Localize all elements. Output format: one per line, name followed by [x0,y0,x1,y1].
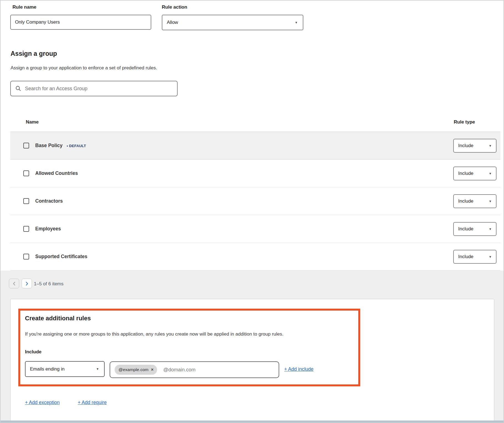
row-checkbox[interactable] [23,170,29,176]
rule-type-dropdown[interactable]: Include ▼ [453,222,497,236]
next-page-button[interactable] [22,279,32,288]
window-bottom-edge [1,421,503,422]
search-icon [15,85,21,92]
rule-type-dropdown[interactable]: Include ▼ [453,139,497,153]
pagination-range-text: 1–5 of 6 items [34,281,64,287]
row-checkbox[interactable] [23,226,29,232]
chevron-down-icon: ▼ [489,255,492,258]
domain-input[interactable] [163,367,275,373]
rule-condition-dropdown[interactable]: Emails ending in ▼ [25,361,105,377]
row-label-group: Contractors [35,187,63,215]
group-name: Contractors [35,198,63,204]
table-row: Employees Include ▼ [10,215,500,243]
assign-group-description: Assign a group to your application to en… [11,65,157,71]
default-badge: • DEFAULT [67,143,86,148]
chip-label: @example.com [119,367,148,372]
table-row: Base Policy • DEFAULT Include ▼ [10,132,500,160]
chevron-down-icon: ▼ [489,172,492,175]
rule-action-dropdown[interactable]: Allow ▼ [162,15,303,30]
group-name: Base Policy [35,143,62,148]
table-body: Base Policy • DEFAULT Include ▼ Allowed … [10,132,500,271]
rule-type-column-header: Rule type [454,119,475,125]
rule-type-value: Include [458,198,473,204]
row-label-group: Supported Certificates [35,243,87,270]
rule-action-value: Allow [167,20,178,25]
group-name: Employees [35,226,61,232]
rule-type-dropdown[interactable]: Include ▼ [453,167,497,180]
rule-name-input[interactable] [10,15,151,30]
assign-group-heading: Assign a group [11,50,57,57]
rule-type-dropdown[interactable]: Include ▼ [453,250,497,264]
row-label-group: Base Policy • DEFAULT [35,132,86,159]
chip-remove-icon[interactable]: × [151,367,153,372]
table-row: Supported Certificates Include ▼ [10,243,500,271]
create-additional-rules-heading: Create additional rules [25,315,91,322]
chevron-down-icon: ▼ [295,21,298,24]
add-include-link[interactable]: + Add include [284,366,314,372]
previous-page-button[interactable] [9,279,19,288]
add-require-link[interactable]: + Add require [78,400,107,406]
chevron-left-icon [12,281,16,286]
rule-type-dropdown[interactable]: Include ▼ [453,194,497,208]
chevron-right-icon [25,281,29,286]
rule-action-label: Rule action [162,4,187,10]
create-additional-rules-description: If you're assigning one or more groups t… [25,331,283,337]
row-checkbox[interactable] [23,143,29,148]
rule-name-label: Rule name [12,4,36,10]
row-label-group: Allowed Countries [35,160,78,187]
access-group-table: Name Rule type Base Policy • DEFAULT Inc… [10,114,500,271]
search-input[interactable] [25,86,173,92]
access-group-search [10,81,178,96]
chevron-down-icon: ▼ [489,228,492,231]
rule-type-value: Include [458,226,473,232]
group-name: Allowed Countries [35,170,78,176]
row-checkbox[interactable] [23,198,29,204]
include-section-label: Include [25,349,42,355]
chevron-down-icon: ▼ [489,144,492,147]
rule-type-value: Include [458,171,473,176]
table-row: Allowed Countries Include ▼ [10,160,500,187]
add-exception-link[interactable]: + Add exception [25,400,60,406]
email-domains-input: @example.com × [110,361,279,378]
chevron-down-icon: ▼ [96,367,99,371]
email-domain-chip: @example.com × [115,365,157,375]
row-checkbox[interactable] [23,254,29,260]
rule-type-value: Include [458,143,473,148]
row-label-group: Employees [35,215,61,243]
chevron-down-icon: ▼ [489,200,492,203]
table-header-row: Name Rule type [10,114,500,132]
access-rule-page: Rule name Rule action Allow ▼ Assign a g… [0,0,504,423]
group-name: Supported Certificates [35,254,87,260]
name-column-header: Name [26,119,39,125]
rule-type-value: Include [458,254,473,260]
table-row: Contractors Include ▼ [10,187,500,215]
rule-condition-value: Emails ending in [30,366,65,372]
